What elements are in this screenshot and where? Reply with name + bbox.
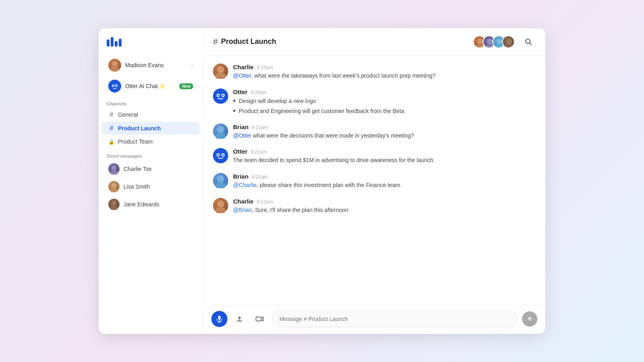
avatar xyxy=(108,59,121,72)
send-icon xyxy=(526,316,533,322)
svg-point-6 xyxy=(109,81,120,91)
upload-icon xyxy=(235,315,244,323)
message-text: The team decided to spend $1M in adverti… xyxy=(233,156,536,165)
avatar xyxy=(213,173,228,188)
svg-point-17 xyxy=(477,39,483,44)
chat-toolbar xyxy=(203,305,545,334)
video-icon xyxy=(256,315,264,323)
avatar xyxy=(213,64,228,79)
hash-icon: # xyxy=(108,125,115,132)
svg-point-13 xyxy=(111,183,116,188)
message-author: Otter xyxy=(233,88,248,95)
svg-rect-47 xyxy=(256,317,261,321)
svg-rect-44 xyxy=(218,316,221,320)
dm-jane-edwards[interactable]: Jane Edwards xyxy=(102,196,200,213)
message-row: Otter 9:20am • Design will develop a new… xyxy=(213,88,536,115)
sidebar: Madison Evans › Otter AI Chat✨ New Ch xyxy=(99,28,203,334)
message-body: Charlie 9:15am @Otter, what were the tak… xyxy=(233,64,536,80)
avatar xyxy=(108,199,120,210)
dm-name: Charlie Tse xyxy=(124,166,152,172)
svg-rect-2 xyxy=(115,41,118,47)
svg-point-21 xyxy=(497,39,502,44)
dm-lisa-smith[interactable]: Lisa Smith xyxy=(102,178,200,195)
message-row: Brian 9:21am @Charlie, please share this… xyxy=(213,173,536,190)
svg-point-10 xyxy=(116,85,117,86)
avatar xyxy=(108,163,120,175)
message-body: Brian 9:21am @Otter what were the decisi… xyxy=(233,123,536,140)
avatar xyxy=(213,198,228,213)
svg-point-38 xyxy=(217,154,219,156)
channels-label: Channels xyxy=(99,97,203,108)
channel-hash-header: # xyxy=(213,37,218,47)
svg-point-43 xyxy=(215,207,226,213)
channel-item-product-team[interactable]: 🔒 Product Team xyxy=(102,136,200,148)
messages-area: Charlie 9:15am @Otter, what were the tak… xyxy=(203,56,545,305)
search-icon xyxy=(524,38,533,46)
svg-point-16 xyxy=(110,206,118,210)
dm-charlie-tse[interactable]: Charlie Tse xyxy=(102,160,200,177)
user-profile-row[interactable]: Madison Evans › xyxy=(102,56,200,75)
channel-header-name: Product Launch xyxy=(221,37,276,46)
avatar xyxy=(213,148,228,163)
svg-point-39 xyxy=(222,154,224,156)
svg-rect-1 xyxy=(111,37,114,47)
otter-ai-avatar xyxy=(108,80,121,93)
logo xyxy=(99,36,203,56)
message-time: 9:21am xyxy=(252,174,268,180)
svg-point-5 xyxy=(111,66,119,72)
mic-button[interactable] xyxy=(211,311,227,327)
video-button[interactable] xyxy=(252,311,268,327)
mention: @Otter xyxy=(233,132,251,139)
send-button[interactable] xyxy=(522,311,537,327)
upload-button[interactable] xyxy=(231,311,248,327)
message-author: Otter xyxy=(233,148,248,155)
message-body: Otter 9:21am The team decided to spend $… xyxy=(233,148,536,165)
message-author: Charlie xyxy=(233,198,254,205)
avatar xyxy=(108,181,120,192)
otter-logo-icon xyxy=(107,36,122,47)
new-badge: New xyxy=(179,83,193,89)
message-time: 9:21am xyxy=(251,149,267,155)
svg-point-41 xyxy=(215,182,226,188)
channel-name: Product Team xyxy=(118,138,153,145)
message-author: Brian xyxy=(233,173,248,180)
svg-point-4 xyxy=(112,61,118,67)
message-input[interactable] xyxy=(272,311,518,327)
otter-ai-chat-item[interactable]: Otter AI Chat✨ New xyxy=(102,76,200,96)
channel-item-product-launch[interactable]: # Product Launch xyxy=(102,122,200,135)
chevron-right-icon: › xyxy=(192,62,193,68)
svg-point-15 xyxy=(111,201,116,206)
message-body: Otter 9:20am • Design will develop a new… xyxy=(233,88,536,115)
search-button[interactable] xyxy=(521,35,536,49)
bullet-list: • Design will develop a new logo • Produ… xyxy=(233,97,536,115)
message-body: Charlie 9:22am @Brian, Sure, I'll share … xyxy=(233,198,536,215)
svg-point-24 xyxy=(505,44,514,48)
hash-icon: # xyxy=(108,111,115,118)
channel-item-general[interactable]: # General xyxy=(102,108,200,121)
svg-point-26 xyxy=(217,66,224,73)
svg-point-27 xyxy=(215,72,226,79)
message-author: Brian xyxy=(233,123,248,130)
lock-icon: 🔒 xyxy=(108,139,115,145)
header-avatar-4 xyxy=(502,35,515,48)
message-time: 9:22am xyxy=(257,199,273,205)
message-text: @Charlie, please share this investment p… xyxy=(233,181,536,190)
dm-name: Lisa Smith xyxy=(124,183,150,190)
app-window: Madison Evans › Otter AI Chat✨ New Ch xyxy=(99,28,545,334)
svg-point-9 xyxy=(113,85,114,86)
message-row: Brian 9:21am @Otter what were the decisi… xyxy=(213,123,536,140)
channel-name: Product Launch xyxy=(118,125,161,132)
avatar xyxy=(213,123,228,139)
message-time: 9:20am xyxy=(251,90,267,95)
dm-name: Jane Edwards xyxy=(124,201,159,208)
svg-point-11 xyxy=(111,165,116,170)
chat-header: # Product Launch xyxy=(203,28,545,56)
avatar xyxy=(213,88,228,104)
message-time: 9:21am xyxy=(252,125,268,130)
svg-point-14 xyxy=(110,188,118,192)
message-row: Otter 9:21am The team decided to spend $… xyxy=(213,148,536,165)
mention: @Otter xyxy=(233,72,251,79)
svg-point-34 xyxy=(215,132,226,139)
user-name: Madison Evans xyxy=(125,62,188,68)
svg-point-31 xyxy=(217,95,219,96)
